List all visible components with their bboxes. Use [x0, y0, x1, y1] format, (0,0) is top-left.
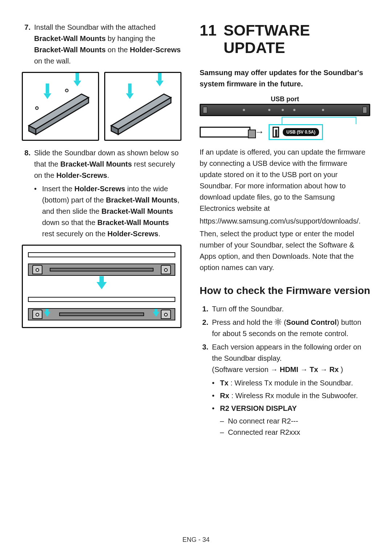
update-paragraph-1: If an update is offered, you can update …	[200, 147, 370, 214]
svg-line-21	[276, 323, 277, 324]
svg-rect-12	[158, 73, 162, 81]
cyan-arrow-down-icon	[153, 312, 159, 317]
cyan-arrow-icon	[126, 83, 134, 99]
svg-marker-6	[73, 81, 81, 86]
step-8-text: Slide the Soundbar down as shown below s…	[34, 147, 181, 181]
usb-port-label: USB port	[200, 95, 370, 103]
fw-step-3: 3. Each version appears in the following…	[200, 342, 370, 375]
svg-marker-2	[36, 98, 89, 135]
soundbar-rear-icon	[200, 104, 370, 116]
step-7-text: Install the Soundbar with the attached B…	[34, 22, 181, 67]
svg-marker-0	[29, 94, 89, 129]
arrow-right-icon: →	[270, 365, 278, 373]
figure-install-right	[104, 72, 181, 141]
rail-top-icon	[28, 297, 175, 302]
usb-stick-icon	[200, 127, 250, 138]
svg-rect-10	[128, 83, 132, 93]
dash-icon: –	[220, 427, 228, 438]
usb-callout-line-icon	[200, 117, 370, 124]
gear-icon	[274, 318, 282, 325]
fw-step-3-bullet-rx: • Rx : Wireless Rx module in the Subwoof…	[212, 390, 370, 401]
svg-marker-13	[156, 81, 163, 86]
usb-badge: USB (5V 0.5A)	[283, 128, 319, 136]
bullet-icon: •	[34, 183, 42, 240]
cyan-arrow-icon	[73, 73, 81, 86]
step-8: 8. Slide the Soundbar down as shown belo…	[22, 147, 181, 181]
figure-usb-update: USB port → USB (5V 0.5A)	[200, 95, 370, 140]
usb-port-slot-icon	[273, 127, 279, 138]
fw-step-2: 2. Press and hold the (Sound Control) bu…	[200, 317, 370, 339]
rail-body-icon	[28, 263, 175, 276]
fw-step-3-dash-1: – No connect rear R2---	[220, 416, 370, 427]
svg-marker-4	[44, 93, 51, 99]
section-number: 11	[200, 22, 224, 57]
fw-step-2-number: 2.	[200, 317, 212, 339]
fw-step-1: 1. Turn off the Soundbar.	[200, 303, 370, 315]
cyan-arrow-down-icon	[44, 312, 50, 317]
cyan-arrow-down-icon	[97, 282, 107, 289]
svg-point-14	[277, 320, 279, 323]
usb-port-highlight: USB (5V 0.5A)	[269, 124, 323, 140]
update-url: https://www.samsung.com/us/support/downl…	[200, 216, 370, 227]
isometric-bar-icon	[23, 73, 98, 140]
center-arrow	[28, 282, 175, 291]
firmware-check-heading: How to check the Firmware version	[200, 284, 370, 297]
svg-rect-3	[46, 83, 49, 93]
lead-text: Samsung may offer updates for the Soundb…	[200, 67, 370, 90]
update-paragraph-2: Then, select the product type or enter t…	[200, 228, 370, 273]
cyan-arrow-icon	[156, 73, 163, 86]
bullet-icon: •	[212, 390, 220, 401]
svg-line-22	[280, 319, 281, 320]
rail-seg-icon	[50, 268, 154, 271]
fw-step-1-text: Turn off the Soundbar.	[212, 303, 370, 315]
step-8-bullet: • Insert the Holder-Screws into the wide…	[34, 183, 181, 240]
step-8-bullet-text: Insert the Holder-Screws into the wide (…	[42, 183, 181, 240]
section-title: 11 SOFTWARE UPDATE	[200, 22, 370, 57]
step-8-number: 8.	[22, 147, 34, 181]
arrow-right-icon: →	[320, 365, 327, 373]
bracket-icon	[161, 310, 171, 319]
fw-step-3-bullet-tx: • Tx : Wireless Tx module in the Soundba…	[212, 377, 370, 389]
fw-step-3-number: 3.	[200, 342, 212, 375]
rail-seg-icon	[59, 312, 144, 316]
fw-step-3-bullet-r2: • R2 VERSION DISPLAY	[212, 403, 370, 414]
rail-body-icon	[28, 308, 175, 320]
screw-icon	[36, 107, 38, 110]
fw-step-3-dash-2: – Connected rear R2xxx	[220, 427, 370, 438]
svg-marker-11	[126, 93, 134, 99]
svg-marker-7	[111, 94, 171, 129]
bullet-icon: •	[212, 377, 220, 389]
page-footer: ENG - 34	[0, 536, 392, 544]
bullet-icon: •	[212, 403, 220, 414]
fw-step-2-text: Press and hold the (Sound Control) butto…	[212, 317, 370, 339]
bracket-icon	[32, 310, 42, 319]
step-7-number: 7.	[22, 22, 34, 67]
svg-marker-9	[118, 98, 171, 135]
svg-rect-5	[75, 73, 79, 81]
cyan-arrow-icon	[44, 83, 51, 99]
section-title-text: SOFTWARE UPDATE	[224, 22, 370, 57]
screw-icon	[65, 89, 68, 92]
rail-top-icon	[28, 252, 175, 257]
fw-step-1-number: 1.	[200, 303, 212, 315]
dash-icon: –	[220, 416, 228, 427]
fw-step-3-text: Each version appears in the following or…	[212, 342, 370, 375]
svg-line-19	[276, 319, 277, 320]
figure-install-mounts	[22, 72, 181, 141]
isometric-bar-icon	[105, 73, 180, 140]
figure-install-left	[22, 72, 99, 141]
bracket-icon	[32, 265, 42, 274]
step-7: 7. Install the Soundbar with the attache…	[22, 22, 181, 67]
svg-line-20	[280, 323, 281, 324]
arrow-right-icon: →	[300, 365, 307, 373]
arrow-right-icon: →	[255, 126, 264, 138]
bracket-icon	[161, 265, 171, 274]
figure-slide-down	[22, 245, 181, 328]
